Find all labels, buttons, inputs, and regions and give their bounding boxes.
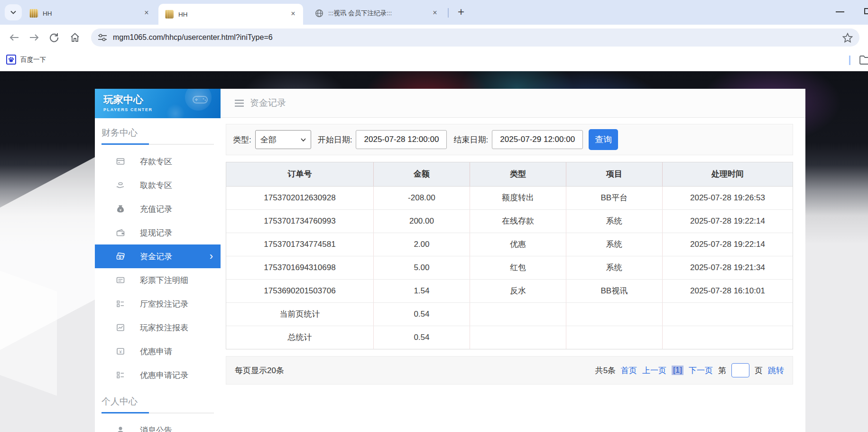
sidebar-item-promo-record[interactable]: 优惠申请记录 (95, 363, 221, 387)
coupon-icon: ¥ (116, 347, 125, 356)
forward-button[interactable] (28, 31, 41, 44)
sidebar-item-promo-apply[interactable]: ¥ 优惠申请 (95, 339, 221, 363)
hh-favicon-icon (29, 9, 38, 18)
list-doc-icon (116, 276, 125, 285)
cash-icon (116, 252, 125, 261)
total-count: 共5条 (595, 365, 616, 376)
search-button[interactable]: 查询 (589, 129, 618, 150)
content-header: 资金记录 (221, 89, 805, 118)
per-page-text: 每页显示20条 (235, 365, 284, 376)
chevron-down-icon (301, 138, 306, 141)
sidebar-item-recharge-record[interactable]: ¥ 充值记录 (95, 197, 221, 221)
sidebar-item-withdraw[interactable]: 取款专区 (95, 173, 221, 197)
start-date-label: 开始日期: (318, 134, 352, 145)
bookmark-star-icon[interactable] (842, 33, 853, 43)
col-type: 类型 (470, 162, 566, 186)
tab-divider (448, 8, 449, 18)
gamepad-icon (192, 94, 208, 105)
bookmark-label: 百度一下 (20, 56, 46, 64)
type-select-value: 全部 (260, 134, 277, 145)
sidebar-section-personal: 个人中心 (102, 395, 214, 413)
site-info-icon[interactable] (98, 34, 107, 41)
sidebar-item-hall-bets[interactable]: 厅室投注记录 (95, 292, 221, 316)
funds-table: 订单号 金额 类型 项目 处理时间 1753702012630928-208.0… (226, 162, 793, 349)
sidebar-menu-finance: 存款专区 取款专区 ¥ 充值记录 (95, 150, 221, 387)
end-date-input[interactable] (492, 130, 583, 149)
col-order-no: 订单号 (226, 162, 373, 186)
table-header-row: 订单号 金额 类型 项目 处理时间 (226, 162, 793, 186)
table-row-total-summary: 总统计0.54 (226, 326, 793, 349)
jump-label-pre: 第 (718, 365, 726, 376)
wallet-icon (116, 228, 125, 237)
new-tab-button[interactable]: + (453, 5, 469, 20)
svg-text:¥: ¥ (119, 208, 121, 212)
url-text[interactable]: mgm1065.com/hhcp/usercenter.html?iniType… (113, 33, 842, 42)
sidebar-item-player-report[interactable]: 玩家投注报表 (95, 316, 221, 339)
hh-favicon-icon (165, 10, 174, 19)
browser-toolbar: mgm1065.com/hhcp/usercenter.html?iniType… (0, 25, 868, 50)
table-row: 17537016943106985.00 红包系统 2025-07-28 19:… (226, 256, 793, 279)
jump-page-input[interactable] (731, 363, 749, 377)
browser-tab-3[interactable]: :::视讯 会员下注纪录::: × (308, 4, 445, 23)
table-row: 17536902015037061.54 反水BB视讯 2025-07-28 1… (226, 279, 793, 302)
first-page-link[interactable]: 首页 (621, 365, 637, 376)
person-icon (116, 426, 125, 432)
end-date-label: 结束日期: (453, 134, 488, 145)
chevron-down-icon (10, 10, 16, 14)
type-select[interactable]: 全部 (255, 130, 311, 149)
table-row: 1753701734760993200.00 在线存款系统 2025-07-28… (226, 209, 793, 233)
list-grid-icon (116, 371, 125, 380)
reload-button[interactable] (47, 31, 61, 44)
bookmark-baidu[interactable]: 百度一下 (6, 55, 46, 65)
withdraw-hand-icon (116, 181, 125, 190)
bookmarks-divider (849, 56, 850, 65)
prev-page-link[interactable]: 上一页 (642, 365, 666, 376)
col-amount: 金额 (373, 162, 470, 186)
browser-tab-2-active[interactable]: HH × (158, 4, 303, 25)
main-content: 资金记录 类型: 全部 开始日期: 结束日期: 查询 订单号 金额 (221, 89, 805, 432)
back-button[interactable] (8, 31, 21, 44)
browser-tab-1[interactable]: HH × (23, 4, 157, 23)
home-button[interactable] (68, 31, 82, 44)
bookmarks-bar: 百度一下 (0, 50, 868, 71)
tab-search-button[interactable] (5, 4, 22, 20)
next-page-link[interactable]: 下一页 (689, 365, 713, 376)
tab-close-icon[interactable]: × (288, 9, 298, 19)
sidebar-item-withdraw-record[interactable]: 提现记录 (95, 221, 221, 244)
type-label: 类型: (233, 134, 251, 145)
window-maximize-button[interactable] (864, 8, 868, 14)
sidebar-item-funds-record[interactable]: 资金记录 › (95, 244, 221, 268)
table-row: 1753702012630928-208.00 额度转出BB平台 2025-07… (226, 186, 793, 209)
filter-bar: 类型: 全部 开始日期: 结束日期: 查询 (226, 124, 793, 155)
moneybag-icon: ¥ (116, 205, 125, 214)
tab-title: HH (178, 11, 284, 18)
chart-icon (116, 323, 125, 332)
hamburger-icon (235, 100, 244, 107)
tab-title: :::视讯 会员下注纪录::: (328, 9, 426, 18)
globe-icon (315, 9, 323, 18)
sidebar-subtitle: PLAYERS CENTER (103, 107, 221, 112)
tab-title: HH (43, 10, 138, 17)
sidebar-item-messages[interactable]: 消息公告 (95, 418, 221, 432)
sidebar-section-finance: 财务中心 (102, 127, 214, 145)
sidebar-header: 玩家中心 PLAYERS CENTER (95, 89, 221, 118)
sidebar-item-lottery-bets[interactable]: 彩票下注明细 (95, 268, 221, 292)
current-page: [1] (672, 366, 683, 375)
window-minimize-button[interactable] (836, 11, 844, 12)
sidebar: 玩家中心 PLAYERS CENTER 财务中心 存款专区 (95, 89, 221, 432)
tab-strip: HH × HH × :::视讯 会员下注纪录::: × + (0, 0, 868, 25)
tab-close-icon[interactable]: × (430, 8, 440, 19)
tab-close-icon[interactable]: × (141, 8, 152, 19)
table-row: 17537017347745812.00 优惠系统 2025-07-28 19:… (226, 233, 793, 256)
pagination-bar: 每页显示20条 共5条 首页 上一页 [1] 下一页 第 页 跳转 (226, 356, 793, 385)
bookmarks-folder-icon[interactable] (859, 55, 868, 65)
col-project: 项目 (566, 162, 662, 186)
start-date-input[interactable] (356, 130, 447, 149)
jump-go-link[interactable]: 跳转 (768, 365, 784, 376)
deposit-card-icon (116, 157, 125, 166)
jump-label-post: 页 (755, 365, 763, 376)
baidu-paw-icon (6, 55, 16, 65)
sidebar-item-deposit[interactable]: 存款专区 (95, 150, 221, 173)
url-bar[interactable]: mgm1065.com/hhcp/usercenter.html?iniType… (91, 28, 859, 47)
table-row-page-summary: 当前页统计0.54 (226, 302, 793, 326)
